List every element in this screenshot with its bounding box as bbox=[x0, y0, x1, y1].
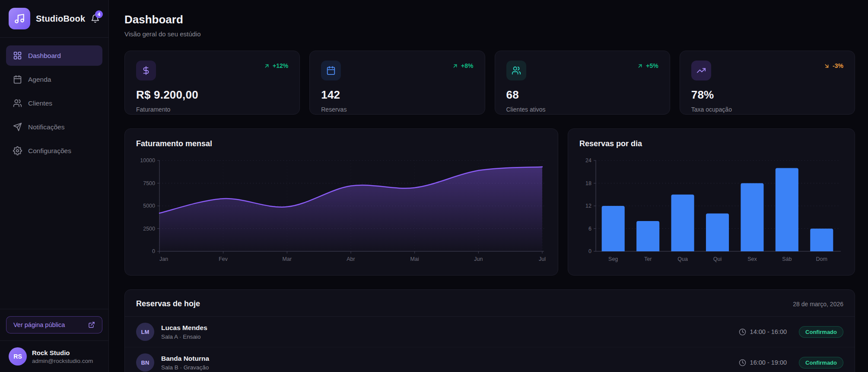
svg-text:12: 12 bbox=[585, 203, 591, 209]
svg-text:Dom: Dom bbox=[816, 256, 827, 262]
reservation-time: 14:00 - 16:00 bbox=[739, 328, 787, 336]
stat-label: Taxa ocupação bbox=[691, 106, 843, 113]
user-info: Rock Studio admin@rockstudio.com bbox=[32, 349, 93, 364]
status-badge: Confirmado bbox=[799, 357, 843, 369]
reservation-detail: Sala A · Ensaio bbox=[161, 334, 207, 340]
page-title: Dashboard bbox=[124, 13, 855, 26]
stat-top: -3% bbox=[691, 61, 843, 80]
avatar: RS bbox=[9, 347, 27, 366]
sidebar-item-label: Clientes bbox=[28, 99, 52, 107]
reservation-client-name: Lucas Mendes bbox=[161, 324, 207, 332]
svg-text:2500: 2500 bbox=[143, 226, 155, 232]
sidebar-item-agenda[interactable]: Agenda bbox=[6, 69, 102, 90]
svg-text:Sex: Sex bbox=[747, 256, 757, 262]
svg-text:5000: 5000 bbox=[143, 203, 155, 209]
stat-change: +8% bbox=[452, 62, 473, 69]
svg-text:Seg: Seg bbox=[608, 256, 618, 262]
reservation-info: Banda Noturna Sala B · Gravação bbox=[161, 355, 209, 371]
svg-text:Mar: Mar bbox=[283, 256, 292, 262]
reservation-meta: 14:00 - 16:00 Confirmado bbox=[739, 326, 843, 338]
stat-change: -3% bbox=[823, 62, 843, 69]
public-page-section: Ver página pública bbox=[0, 309, 108, 340]
svg-text:Jul: Jul bbox=[539, 256, 546, 262]
svg-text:Mai: Mai bbox=[410, 256, 419, 262]
stat-card-clientes: +5% 68 Clientes ativos bbox=[495, 51, 670, 115]
sidebar-item-label: Notificações bbox=[28, 123, 64, 131]
main-content: Dashboard Visão geral do seu estúdio +12… bbox=[109, 0, 868, 372]
faturamento-mensal-card: Faturamento mensal JanFevMarAbrMaiJunJul… bbox=[124, 128, 558, 276]
svg-text:6: 6 bbox=[588, 226, 591, 232]
sidebar-footer: Ver página pública RS Rock Studio admin@… bbox=[0, 309, 108, 372]
reservation-time: 16:00 - 19:00 bbox=[739, 359, 787, 366]
trending-up-icon bbox=[696, 66, 706, 75]
reservation-detail: Sala B · Gravação bbox=[161, 364, 209, 371]
sidebar-nav: Dashboard Agenda Clientes Notificações bbox=[0, 38, 108, 169]
stat-card-reservas: +8% 142 Reservas bbox=[309, 51, 485, 115]
svg-text:Qui: Qui bbox=[713, 256, 722, 262]
stat-change-value: +5% bbox=[646, 62, 658, 69]
svg-text:Qua: Qua bbox=[677, 256, 688, 262]
stat-value: 68 bbox=[506, 88, 658, 102]
stat-cards: +12% R$ 9.200,00 Faturamento bbox=[124, 51, 855, 115]
stat-top: +12% bbox=[136, 61, 288, 80]
stat-top: +8% bbox=[321, 61, 473, 80]
stat-value: R$ 9.200,00 bbox=[136, 88, 288, 102]
svg-text:Jan: Jan bbox=[159, 256, 168, 262]
svg-text:Abr: Abr bbox=[347, 256, 355, 262]
svg-text:10000: 10000 bbox=[140, 157, 155, 164]
dollar-icon bbox=[141, 66, 151, 75]
sidebar-item-configuracoes[interactable]: Configurações bbox=[6, 141, 102, 161]
clock-icon bbox=[739, 359, 746, 366]
stat-label: Faturamento bbox=[136, 106, 288, 113]
sidebar-item-clientes[interactable]: Clientes bbox=[6, 93, 102, 113]
reservation-row[interactable]: LM Lucas Mendes Sala A · Ensaio 14:00 - … bbox=[125, 317, 855, 347]
calendar-icon bbox=[13, 75, 22, 84]
sidebar: StudioBook 4 Dashboard Agenda bbox=[0, 0, 109, 372]
app-logo bbox=[9, 8, 30, 29]
stat-change-value: -3% bbox=[833, 62, 843, 69]
reservation-info: Lucas Mendes Sala A · Ensaio bbox=[161, 324, 207, 340]
stat-value: 142 bbox=[321, 88, 473, 102]
app-root: StudioBook 4 Dashboard Agenda bbox=[0, 0, 868, 372]
stat-value: 78% bbox=[691, 88, 843, 102]
users-icon bbox=[512, 66, 521, 75]
sidebar-item-label: Configurações bbox=[28, 147, 71, 155]
svg-text:24: 24 bbox=[585, 157, 591, 164]
svg-text:18: 18 bbox=[585, 180, 591, 186]
reservations-date: 28 de março, 2026 bbox=[793, 301, 843, 308]
reservation-row[interactable]: BN Banda Noturna Sala B · Gravação 16:00… bbox=[125, 347, 855, 372]
external-link-icon bbox=[88, 321, 95, 328]
stat-card-faturamento: +12% R$ 9.200,00 Faturamento bbox=[124, 51, 300, 115]
stat-icon-box bbox=[136, 61, 156, 80]
svg-text:Fev: Fev bbox=[219, 256, 228, 262]
sidebar-item-label: Agenda bbox=[28, 76, 51, 83]
notification-count-badge: 4 bbox=[95, 10, 103, 18]
charts-row: Faturamento mensal JanFevMarAbrMaiJunJul… bbox=[124, 128, 855, 276]
stat-change-value: +8% bbox=[461, 62, 473, 69]
reservations-header: Reservas de hoje 28 de março, 2026 bbox=[125, 290, 855, 317]
reservas-de-hoje-card: Reservas de hoje 28 de março, 2026 LM Lu… bbox=[124, 289, 855, 372]
svg-text:Ter: Ter bbox=[644, 256, 652, 262]
public-page-button[interactable]: Ver página pública bbox=[6, 316, 102, 334]
faturamento-mensal-chart: JanFevMarAbrMaiJunJul025005000750010000 bbox=[136, 155, 547, 266]
sidebar-item-dashboard[interactable]: Dashboard bbox=[6, 45, 102, 66]
sidebar-item-notificacoes[interactable]: Notificações bbox=[6, 117, 102, 137]
app-title: StudioBook bbox=[36, 14, 85, 24]
calendar-icon bbox=[326, 66, 336, 75]
chart-title: Reservas por dia bbox=[579, 139, 843, 148]
notifications-button[interactable]: 4 bbox=[91, 13, 100, 24]
public-page-label: Ver página pública bbox=[13, 321, 65, 328]
reservation-client-name: Banda Noturna bbox=[161, 355, 209, 362]
reservas-por-dia-chart: 06121824SegTerQuaQuiSexSábDom bbox=[579, 155, 843, 266]
arrow-up-right-icon bbox=[452, 63, 458, 69]
stat-icon-box bbox=[691, 61, 711, 80]
arrow-down-right-icon bbox=[823, 63, 830, 69]
stat-change: +12% bbox=[264, 62, 288, 69]
status-badge: Confirmado bbox=[799, 326, 843, 338]
svg-text:Jun: Jun bbox=[474, 256, 483, 262]
stat-label: Reservas bbox=[321, 106, 473, 113]
svg-text:0: 0 bbox=[152, 248, 155, 254]
stat-icon-box bbox=[506, 61, 526, 80]
user-profile[interactable]: RS Rock Studio admin@rockstudio.com bbox=[0, 340, 108, 372]
clock-icon bbox=[739, 328, 746, 336]
